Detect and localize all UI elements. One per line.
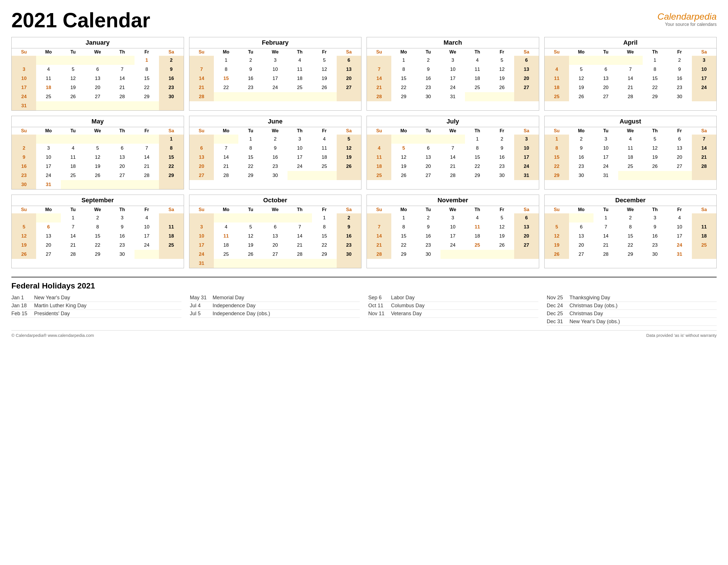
calendar-cell: 29 xyxy=(312,250,336,259)
calendar-cell: 10 xyxy=(440,222,465,231)
month-october: OctoberSuMoTuWeThFrSa1234567891011121314… xyxy=(189,194,362,268)
calendar-cell: 26 xyxy=(12,250,36,259)
calendar-cell xyxy=(263,92,288,101)
day-header-we: We xyxy=(85,206,110,213)
month-title: November xyxy=(367,195,539,206)
table-row: 31 xyxy=(12,101,184,110)
calendar-cell: 10 xyxy=(692,65,716,74)
calendar-cell: 6 xyxy=(593,65,618,74)
day-header-th: Th xyxy=(643,206,667,213)
holiday-name: Martin Luther King Day xyxy=(34,303,86,309)
calendar-cell: 2 xyxy=(85,213,110,222)
day-header-we: We xyxy=(263,206,288,213)
month-november: NovemberSuMoTuWeThFrSa123456789101112131… xyxy=(367,194,539,268)
calendar-cell: 4 xyxy=(465,56,489,65)
month-september: SeptemberSuMoTuWeThFrSa12345678910111213… xyxy=(11,194,184,268)
calendar-cell: 19 xyxy=(545,241,569,250)
holiday-date: Sep 6 xyxy=(368,295,388,301)
table-row: 123456 xyxy=(367,213,539,222)
month-title: December xyxy=(545,195,717,206)
calendar-cell: 13 xyxy=(569,231,593,241)
table-row: 262728293031 xyxy=(545,250,717,259)
table-row: 45678910 xyxy=(545,65,717,74)
calendar-cell: 1 xyxy=(159,134,183,144)
day-header-th: Th xyxy=(288,48,312,56)
calendar-cell: 16 xyxy=(643,231,667,241)
day-header-mo: Mo xyxy=(214,127,238,134)
table-row: 11121314151617 xyxy=(367,153,539,162)
calendar-cell: 7 xyxy=(692,134,716,144)
calendar-cell: 12 xyxy=(391,153,416,162)
calendar-cell: 30 xyxy=(337,250,361,259)
day-header-sa: Sa xyxy=(514,127,539,134)
brand-text: Calendar xyxy=(657,11,694,22)
calendar-cell: 25 xyxy=(288,83,312,92)
calendar-cell: 10 xyxy=(12,74,36,83)
day-header-su: Su xyxy=(189,127,214,134)
calendar-cell: 28 xyxy=(288,250,312,259)
calendar-cell xyxy=(312,92,336,101)
calendar-cell: 15 xyxy=(214,74,238,83)
month-table: SuMoTuWeThFrSa12345678910111213141516171… xyxy=(367,127,539,180)
calendar-cell: 22 xyxy=(391,241,416,250)
table-row: 21222324252627 xyxy=(367,83,539,92)
calendar-cell: 20 xyxy=(189,162,214,171)
calendar-cell xyxy=(288,171,312,180)
month-table: SuMoTuWeThFrSa12345678910111213141516171… xyxy=(189,206,361,268)
calendar-cell: 27 xyxy=(514,83,539,92)
month-title: July xyxy=(367,116,539,127)
calendar-cell: 15 xyxy=(465,153,489,162)
calendar-cell: 26 xyxy=(337,162,361,171)
day-header-we: We xyxy=(85,127,110,134)
day-header-th: Th xyxy=(110,48,134,56)
calendar-cell xyxy=(593,56,618,65)
calendar-cell: 22 xyxy=(214,83,238,92)
calendar-cell xyxy=(514,250,539,259)
holiday-date: Dec 24 xyxy=(547,303,567,309)
calendar-cell: 11 xyxy=(61,153,85,162)
table-row: 567891011 xyxy=(545,222,717,231)
table-row: 12 xyxy=(12,56,184,65)
holiday-row: Sep 6Labor Day xyxy=(368,294,538,302)
calendar-cell: 23 xyxy=(416,241,440,250)
day-header-fr: Fr xyxy=(490,206,514,213)
calendar-cell: 18 xyxy=(465,74,489,83)
calendar-cell: 23 xyxy=(337,241,361,250)
calendar-cell: 22 xyxy=(159,162,183,171)
calendar-cell xyxy=(312,171,336,180)
calendar-cell: 11 xyxy=(288,65,312,74)
month-title: June xyxy=(189,116,361,127)
calendar-cell: 5 xyxy=(61,65,85,74)
calendar-cell: 11 xyxy=(465,222,489,231)
table-row: 123456 xyxy=(189,56,361,65)
holiday-name: Thanksgiving Day xyxy=(570,295,610,301)
calendar-cell xyxy=(110,101,134,110)
calendar-cell: 9 xyxy=(159,65,183,74)
calendar-cell: 11 xyxy=(312,144,336,153)
table-row: 28293031 xyxy=(367,92,539,101)
holiday-name: Columbus Day xyxy=(391,303,425,309)
day-header-sa: Sa xyxy=(692,127,716,134)
calendar-cell: 29 xyxy=(391,250,416,259)
calendar-cell: 17 xyxy=(288,153,312,162)
calendar-cell: 18 xyxy=(61,162,85,171)
calendar-cell: 18 xyxy=(36,83,61,92)
calendar-cell: 17 xyxy=(189,241,214,250)
calendar-cell: 29 xyxy=(135,92,159,101)
calendar-cell: 31 xyxy=(189,259,214,268)
day-header-tu: Tu xyxy=(61,206,85,213)
holidays-grid: Jan 1New Year's DayJan 18Martin Luther K… xyxy=(11,294,717,326)
calendar-cell xyxy=(337,92,361,101)
holiday-date: Jan 1 xyxy=(11,295,31,301)
calendar-cell xyxy=(465,250,489,259)
calendar-cell: 6 xyxy=(85,65,110,74)
calendar-cell: 1 xyxy=(238,134,263,144)
calendar-cell xyxy=(12,213,36,222)
month-title: May xyxy=(12,116,184,127)
calendar-cell xyxy=(514,92,539,101)
calendar-cell: 2 xyxy=(667,56,692,65)
calendar-cell: 22 xyxy=(618,241,643,250)
calendar-cell: 13 xyxy=(667,144,692,153)
calendar-cell: 21 xyxy=(110,83,134,92)
holiday-date: Jul 4 xyxy=(190,303,210,309)
